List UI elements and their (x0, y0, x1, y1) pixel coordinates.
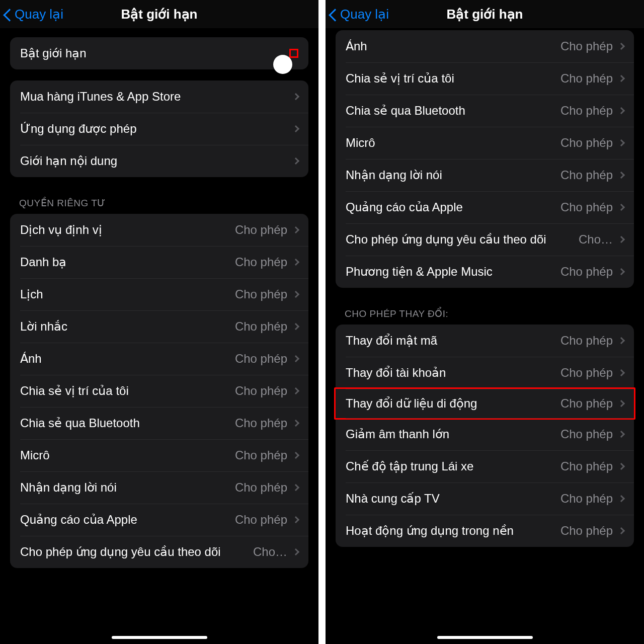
list-item[interactable]: ẢnhCho phép (336, 30, 634, 62)
list-item[interactable]: Thay đổi mật mãCho phép (336, 325, 634, 357)
list-item[interactable]: Nhà cung cấp TVCho phép (336, 482, 634, 515)
row-value: Cho phép (235, 287, 287, 301)
navbar: Quay lại Bật giới hạn (0, 0, 318, 28)
row-value: Cho phép (235, 480, 287, 495)
chevron-right-icon (292, 420, 299, 427)
row-value: Cho phép (560, 168, 613, 182)
row-label: Dịch vụ định vị (20, 223, 235, 237)
navbar: Quay lại Bật giới hạn (326, 0, 644, 28)
row-label: Mua hàng iTunes & App Store (20, 90, 293, 104)
list-item[interactable]: Cho phép ứng dụng yêu cầu theo dõiCho… (10, 536, 308, 568)
chevron-right-icon (292, 259, 299, 266)
back-button[interactable]: Quay lại (331, 7, 389, 22)
left-phone: Quay lại Bật giới hạn Bật giới hạn Mua h… (0, 0, 318, 644)
list-item[interactable]: Chia sẻ qua BluetoothCho phép (336, 95, 634, 127)
list-item[interactable]: Nhận dạng lời nóiCho phép (10, 471, 308, 504)
row-value: Cho phép (235, 255, 287, 269)
row-value: Cho phép (560, 396, 613, 411)
list-item[interactable]: Hoạt động ứng dụng trong nềnCho phép (336, 515, 634, 547)
row-label: Cho phép ứng dụng yêu cầu theo dõi (346, 232, 579, 247)
row-label: Chia sẻ qua Bluetooth (346, 104, 560, 118)
list-item[interactable]: Dịch vụ định vịCho phép (10, 214, 308, 246)
chevron-right-icon (618, 527, 625, 534)
privacy-group: Dịch vụ định vịCho phép Danh bạCho phép … (10, 214, 308, 568)
row-value: Cho phép (560, 427, 613, 441)
list-item[interactable]: Chia sẻ vị trí của tôiCho phép (336, 62, 634, 95)
chevron-right-icon (618, 400, 625, 407)
list-item[interactable]: Thay đổi tài khoảnCho phép (336, 357, 634, 389)
cellular-data-change-row[interactable]: Thay đổi dữ liệu di độngCho phép (334, 387, 635, 420)
list-item[interactable]: Quảng cáo của AppleCho phép (336, 191, 634, 223)
row-value: Cho phép (560, 334, 613, 348)
list-item[interactable]: MicrôCho phép (336, 127, 634, 159)
back-label: Quay lại (15, 7, 63, 22)
list-item[interactable]: Chế độ tập trung Lái xeCho phép (336, 450, 634, 482)
chevron-right-icon (292, 157, 299, 165)
chevron-right-icon (618, 463, 625, 470)
list-item[interactable]: Lời nhắcCho phép (10, 310, 308, 343)
list-item[interactable]: Nhận dạng lời nóiCho phép (336, 159, 634, 191)
row-label: Chia sẻ vị trí của tôi (20, 384, 235, 398)
row-value: Cho phép (235, 513, 287, 527)
toggle-group: Bật giới hạn (10, 37, 308, 69)
row-label: Chế độ tập trung Lái xe (346, 459, 560, 473)
row-value: Cho phép (560, 136, 613, 150)
chevron-right-icon (292, 93, 299, 100)
row-value: Cho phép (235, 448, 287, 462)
chevron-right-icon (618, 107, 625, 114)
row-value: Cho phép (560, 524, 613, 538)
row-value: Cho phép (560, 200, 613, 214)
changes-header: CHO PHÉP THAY ĐỔI: (345, 308, 634, 319)
row-value: Cho phép (560, 39, 613, 53)
row-value: Cho phép (560, 104, 613, 118)
list-item[interactable]: Quảng cáo của AppleCho phép (10, 504, 308, 536)
row-label: Quảng cáo của Apple (346, 200, 560, 214)
back-button[interactable]: Quay lại (5, 7, 63, 22)
list-item[interactable]: ẢnhCho phép (10, 343, 308, 375)
chevron-right-icon (618, 139, 625, 146)
row-label: Danh bạ (20, 255, 235, 269)
home-indicator[interactable] (437, 636, 533, 639)
row-value: Cho phép (235, 384, 287, 398)
row-value: Cho phép (235, 319, 287, 334)
enable-restrictions-row[interactable]: Bật giới hạn (10, 37, 308, 69)
list-item[interactable]: Danh bạCho phép (10, 246, 308, 278)
list-item[interactable]: Phương tiện & Apple MusicCho phép (336, 256, 634, 288)
list-item[interactable]: Giảm âm thanh lớnCho phép (336, 418, 634, 450)
row-value: Cho phép (560, 492, 613, 506)
row-label: Ảnh (346, 39, 560, 53)
chevron-right-icon (618, 268, 625, 275)
chevron-right-icon (618, 236, 625, 243)
chevron-right-icon (292, 125, 299, 132)
list-item[interactable]: Mua hàng iTunes & App Store (10, 80, 308, 113)
chevron-left-icon (5, 8, 13, 21)
row-label: Cho phép ứng dụng yêu cầu theo dõi (20, 545, 253, 559)
toggle-label: Bật giới hạn (20, 46, 289, 60)
row-value: Cho… (579, 232, 613, 247)
list-item[interactable]: LịchCho phép (10, 278, 308, 310)
chevron-right-icon (618, 43, 625, 50)
list-item[interactable]: Giới hạn nội dung (10, 145, 308, 177)
row-value: Cho phép (560, 459, 613, 473)
chevron-right-icon (292, 548, 299, 555)
row-label: Ảnh (20, 352, 235, 366)
list-item[interactable]: MicrôCho phép (10, 439, 308, 471)
list-item[interactable]: Chia sẻ vị trí của tôiCho phép (10, 375, 308, 407)
row-label: Lịch (20, 287, 235, 301)
chevron-right-icon (292, 226, 299, 233)
row-label: Thay đổi mật mã (346, 334, 560, 348)
row-value: Cho… (253, 545, 287, 559)
privacy-header: QUYỀN RIÊNG TƯ (19, 197, 308, 209)
home-indicator[interactable] (112, 636, 207, 639)
back-label: Quay lại (340, 7, 389, 22)
list-item[interactable]: Cho phép ứng dụng yêu cầu theo dõiCho… (336, 223, 634, 256)
list-item[interactable]: Chia sẻ qua BluetoothCho phép (10, 407, 308, 439)
row-value: Cho phép (560, 71, 613, 86)
row-label: Thay đổi dữ liệu di động (346, 396, 560, 411)
privacy-group-continued: ẢnhCho phép Chia sẻ vị trí của tôiCho ph… (336, 30, 634, 288)
row-label: Chia sẻ vị trí của tôi (346, 71, 560, 86)
list-item[interactable]: Ứng dụng được phép (10, 113, 308, 145)
chevron-right-icon (292, 323, 299, 330)
chevron-right-icon (292, 484, 299, 491)
right-phone: Quay lại Bật giới hạn ẢnhCho phép Chia s… (326, 0, 644, 644)
